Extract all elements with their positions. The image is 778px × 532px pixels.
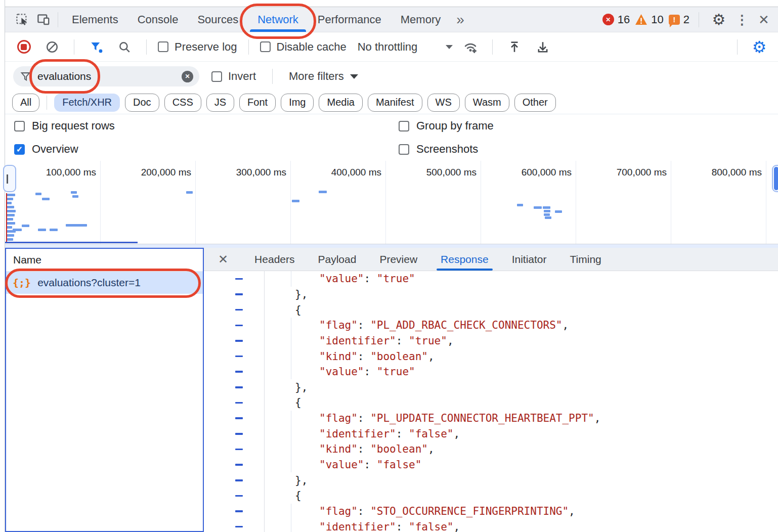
detail-tab-initiator[interactable]: Initiator — [512, 248, 547, 271]
preserve-log-option[interactable]: Preserve log — [158, 40, 237, 54]
devtools-panel: ElementsConsoleSourcesNetworkPerformance… — [5, 0, 778, 532]
filter-input[interactable]: evaluations — [37, 70, 91, 82]
line-marker — [235, 433, 243, 435]
device-toolbar-button[interactable] — [32, 10, 54, 30]
issues-count-badge[interactable]: ! 2 — [669, 13, 689, 26]
record-icon — [17, 40, 31, 54]
network-overview-timeline[interactable]: 100,000 ms200,000 ms300,000 ms400,000 ms… — [5, 161, 778, 244]
close-devtools-button[interactable]: ✕ — [755, 10, 773, 30]
throttling-select[interactable]: No throttling — [358, 40, 453, 54]
line-marker — [235, 371, 243, 373]
tab-memory[interactable]: Memory — [391, 7, 450, 32]
tab-label: Performance — [318, 13, 381, 26]
big-request-rows-checkbox[interactable] — [14, 121, 25, 131]
filter-chip-doc[interactable]: Doc — [125, 94, 159, 112]
tab-sources[interactable]: Sources — [188, 7, 248, 32]
filter-chip-all[interactable]: All — [12, 94, 39, 112]
disable-cache-option[interactable]: Disable cache — [260, 40, 347, 54]
tabbar-right-controls: ✕ 16 10 ! 2 ⚙ — [602, 10, 773, 30]
tab-console[interactable]: Console — [128, 7, 188, 32]
issues-icon: ! — [669, 15, 680, 25]
customize-menu-button[interactable]: ⋮ — [734, 10, 750, 30]
screenshots-option[interactable]: Screenshots — [399, 138, 478, 161]
response-code: }, — [204, 381, 308, 393]
filter-chip-css[interactable]: CSS — [164, 94, 201, 112]
gutter-border — [264, 271, 265, 532]
detail-tab-response[interactable]: Response — [441, 248, 489, 271]
filter-chip-other[interactable]: Other — [514, 94, 556, 112]
filter-chip-wasm[interactable]: Wasm — [465, 94, 509, 112]
name-column-header[interactable]: Name — [13, 254, 41, 266]
network-request-bar — [7, 222, 15, 225]
filter-input-pill[interactable]: evaluations ✕ — [13, 66, 199, 86]
response-code: }, — [204, 288, 308, 300]
line-marker — [235, 510, 243, 512]
network-request-bar — [517, 204, 523, 206]
network-request-bar — [7, 198, 13, 200]
gear-icon: ⚙ — [712, 12, 726, 27]
preserve-log-label: Preserve log — [175, 40, 237, 54]
detail-tab-label: Response — [441, 253, 489, 265]
network-request-bar — [7, 238, 13, 241]
indent-guide — [291, 441, 291, 457]
indent-guide — [291, 426, 291, 441]
more-filters-dropdown[interactable]: More filters — [289, 70, 358, 83]
invert-checkbox[interactable] — [211, 71, 222, 82]
detail-tab-payload[interactable]: Payload — [318, 248, 357, 271]
network-request-bar — [7, 218, 13, 220]
search-button[interactable] — [114, 37, 135, 57]
tab-performance[interactable]: Performance — [308, 7, 391, 32]
timeline-tick-label: 600,000 ms — [479, 167, 572, 178]
big-request-rows-option[interactable]: Big request rows — [14, 114, 115, 138]
filter-chip-fetch-xhr[interactable]: Fetch/XHR — [54, 94, 120, 112]
request-row[interactable]: {;}evaluations?cluster=1 — [6, 272, 203, 294]
response-line: { — [204, 302, 778, 318]
disable-cache-checkbox[interactable] — [260, 41, 271, 52]
overview-option[interactable]: ✓ Overview — [14, 138, 78, 161]
filter-chip-ws[interactable]: WS — [427, 94, 460, 112]
close-icon: ✕ — [758, 13, 769, 26]
divider — [737, 39, 738, 55]
preserve-log-checkbox[interactable] — [158, 41, 168, 52]
group-by-frame-option[interactable]: Group by frame — [399, 114, 494, 138]
import-har-button[interactable] — [504, 37, 525, 57]
filter-chip-font[interactable]: Font — [239, 94, 276, 112]
detail-tab-headers[interactable]: Headers — [254, 248, 294, 271]
screenshots-checkbox[interactable] — [399, 144, 409, 155]
filter-toggle-button[interactable] — [85, 37, 107, 57]
clear-filter-button[interactable]: ✕ — [182, 71, 193, 82]
network-conditions-button[interactable] — [460, 37, 481, 57]
detail-tab-timing[interactable]: Timing — [570, 248, 601, 271]
tab-label: Memory — [401, 13, 441, 26]
filter-chip-js[interactable]: JS — [206, 94, 234, 112]
requests-table-header[interactable]: Name — [6, 249, 203, 272]
indent-guide — [291, 333, 291, 349]
record-network-log-button[interactable] — [13, 37, 34, 57]
page-edge-strip — [0, 0, 5, 532]
overview-left-grip[interactable] — [3, 165, 16, 192]
network-settings-button[interactable]: ⚙ — [749, 37, 770, 57]
response-line: "identifier": "true", — [204, 333, 778, 349]
devtools-window: ElementsConsoleSourcesNetworkPerformance… — [0, 0, 778, 532]
settings-gear-button[interactable]: ⚙ — [708, 10, 729, 30]
filter-chip-img[interactable]: Img — [281, 94, 314, 112]
close-detail-icon[interactable]: ✕ — [218, 252, 228, 267]
inspect-element-button[interactable] — [11, 10, 32, 30]
warning-icon — [635, 14, 647, 25]
more-tabs-button[interactable]: » — [450, 7, 470, 32]
detail-tab-preview[interactable]: Preview — [379, 248, 417, 271]
overview-checkbox[interactable]: ✓ — [14, 144, 25, 155]
filter-chip-media[interactable]: Media — [319, 94, 362, 112]
warning-count-badge[interactable]: 10 — [635, 13, 663, 26]
filter-chip-manifest[interactable]: Manifest — [368, 94, 422, 112]
export-har-button[interactable] — [532, 37, 553, 57]
tab-network[interactable]: Network — [248, 7, 308, 32]
clear-network-log-button[interactable] — [41, 37, 63, 57]
error-count-badge[interactable]: ✕ 16 — [602, 13, 630, 26]
invert-filter-option[interactable]: Invert — [211, 70, 256, 83]
timeline-tick-label: 300,000 ms — [193, 167, 286, 178]
tab-elements[interactable]: Elements — [62, 7, 128, 32]
timeline-tick-label: 400,000 ms — [288, 167, 381, 178]
overview-right-grip[interactable] — [772, 165, 778, 192]
group-by-frame-checkbox[interactable] — [399, 121, 409, 131]
